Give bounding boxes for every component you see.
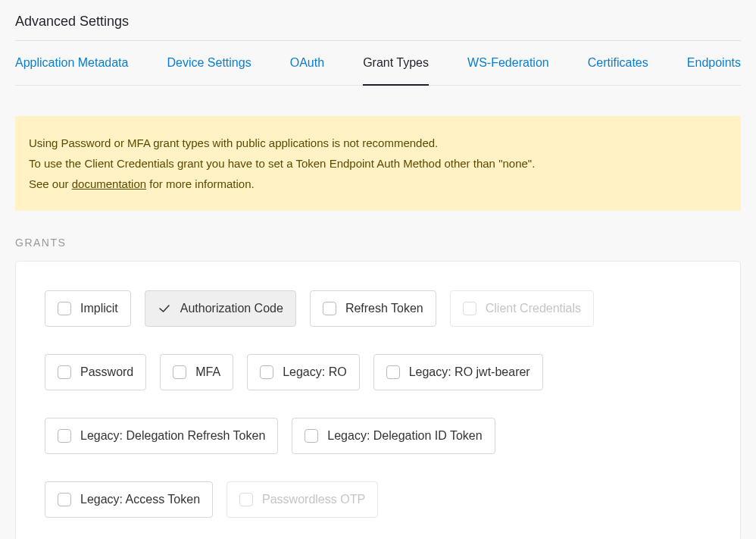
tab-certificates[interactable]: Certificates bbox=[588, 41, 648, 85]
check-icon bbox=[158, 302, 171, 315]
grant-refresh-token[interactable]: Refresh Token bbox=[310, 290, 436, 327]
grant-label: Client Credentials bbox=[486, 302, 581, 315]
grant-label: Refresh Token bbox=[345, 302, 423, 315]
tab-grant-types[interactable]: Grant Types bbox=[363, 41, 429, 85]
checkbox-icon bbox=[305, 429, 318, 443]
grant-label: Legacy: Delegation Refresh Token bbox=[80, 429, 265, 443]
warning-line2: To use the Client Credentials grant you … bbox=[29, 153, 726, 174]
grant-label: Implicit bbox=[80, 302, 118, 315]
grant-legacy-delegation-id-token[interactable]: Legacy: Delegation ID Token bbox=[292, 418, 495, 454]
checkbox-icon bbox=[173, 365, 186, 379]
checkbox-icon bbox=[58, 429, 71, 443]
documentation-link[interactable]: documentation bbox=[72, 177, 146, 190]
checkbox-icon bbox=[260, 365, 273, 379]
grant-label: Legacy: RO bbox=[283, 365, 346, 379]
checkbox-icon bbox=[58, 365, 71, 379]
tab-application-metadata[interactable]: Application Metadata bbox=[15, 41, 128, 85]
warning-line3-pre: See our bbox=[29, 177, 72, 190]
warning-line3: See our documentation for more informati… bbox=[29, 174, 726, 194]
grant-label: Legacy: Delegation ID Token bbox=[327, 429, 482, 443]
grant-legacy-ro[interactable]: Legacy: RO bbox=[247, 354, 359, 390]
tab-endpoints[interactable]: Endpoints bbox=[687, 41, 741, 85]
grant-implicit[interactable]: Implicit bbox=[45, 290, 131, 327]
grant-label: MFA bbox=[195, 365, 220, 379]
checkbox-icon bbox=[323, 302, 336, 315]
warning-line1: Using Password or MFA grant types with p… bbox=[29, 133, 726, 153]
tabs: Application Metadata Device Settings OAu… bbox=[15, 41, 741, 86]
grant-label: Authorization Code bbox=[180, 302, 283, 315]
page-title: Advanced Settings bbox=[15, 14, 741, 30]
grant-label: Legacy: RO jwt-bearer bbox=[409, 365, 530, 379]
warning-banner: Using Password or MFA grant types with p… bbox=[15, 116, 741, 211]
warning-line3-post: for more information. bbox=[146, 177, 255, 190]
grant-label: Password bbox=[80, 365, 133, 379]
grant-passwordless-otp: Passwordless OTP bbox=[226, 481, 378, 518]
checkbox-icon bbox=[463, 302, 476, 315]
tab-device-settings[interactable]: Device Settings bbox=[167, 41, 251, 85]
grant-label: Legacy: Access Token bbox=[80, 493, 200, 506]
grants-card: Implicit Authorization Code Refresh Toke… bbox=[15, 261, 741, 539]
checkbox-icon bbox=[386, 365, 400, 379]
grant-password[interactable]: Password bbox=[45, 354, 146, 390]
grant-authorization-code[interactable]: Authorization Code bbox=[145, 290, 296, 327]
grant-legacy-delegation-refresh-token[interactable]: Legacy: Delegation Refresh Token bbox=[45, 418, 278, 454]
grant-client-credentials: Client Credentials bbox=[450, 290, 594, 327]
section-label-grants: GRANTS bbox=[15, 237, 741, 249]
checkbox-icon bbox=[239, 493, 253, 506]
grant-legacy-access-token[interactable]: Legacy: Access Token bbox=[45, 481, 213, 518]
checkbox-icon bbox=[58, 493, 71, 506]
tab-ws-federation[interactable]: WS-Federation bbox=[467, 41, 549, 85]
grant-mfa[interactable]: MFA bbox=[160, 354, 233, 390]
tab-oauth[interactable]: OAuth bbox=[290, 41, 324, 85]
grant-label: Passwordless OTP bbox=[262, 493, 365, 506]
grant-legacy-ro-jwt-bearer[interactable]: Legacy: RO jwt-bearer bbox=[373, 354, 543, 390]
checkbox-icon bbox=[58, 302, 71, 315]
